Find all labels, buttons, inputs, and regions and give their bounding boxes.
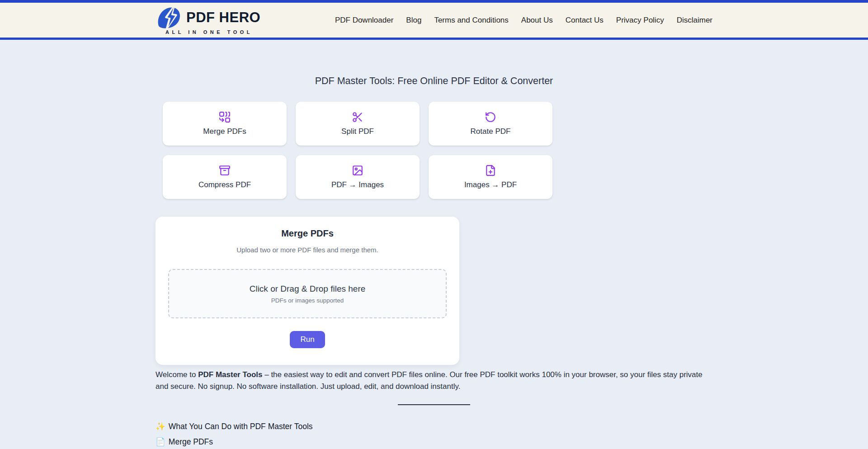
tool-card-merge-pdfs[interactable]: Merge PDFs bbox=[163, 102, 287, 146]
logo-top: PDF HERO bbox=[156, 6, 260, 29]
tools-grid: Merge PDFsSplit PDFRotate PDFCompress PD… bbox=[163, 102, 552, 199]
tool-card-pdf-images[interactable]: PDF → Images bbox=[296, 155, 420, 199]
run-button-row: Run bbox=[168, 331, 447, 348]
nav-link-about-us[interactable]: About Us bbox=[521, 16, 553, 25]
rotate-ccw-icon bbox=[485, 111, 496, 123]
header-inner: PDF HERO ALL IN ONE TOOL PDF DownloaderB… bbox=[156, 3, 712, 38]
tool-card-rotate-pdf[interactable]: Rotate PDF bbox=[429, 102, 552, 146]
main-content: PDF Master Tools: Free Online PDF Editor… bbox=[156, 76, 712, 447]
section-divider bbox=[398, 404, 470, 405]
nav-link-blog[interactable]: Blog bbox=[406, 16, 421, 25]
brand-name: PDF Master Tools bbox=[198, 370, 262, 379]
dropzone-main-text: Click or Drag & Drop files here bbox=[250, 284, 366, 294]
merge-pdfs-panel: Merge PDFs Upload two or more PDF files … bbox=[156, 217, 459, 365]
features-heading-text: What You Can Do with PDF Master Tools bbox=[169, 422, 313, 431]
nav-link-terms-and-conditions[interactable]: Terms and Conditions bbox=[434, 16, 508, 25]
intro-prefix: Welcome to bbox=[156, 370, 198, 379]
tool-card-compress-pdf[interactable]: Compress PDF bbox=[163, 155, 287, 199]
nav-link-disclaimer[interactable]: Disclaimer bbox=[677, 16, 712, 25]
tool-card-label: Images → PDF bbox=[464, 180, 517, 189]
feature-item-merge-pdfs: 📄Merge PDFs bbox=[156, 437, 712, 447]
file-dropzone[interactable]: Click or Drag & Drop files here PDFs or … bbox=[168, 269, 447, 318]
archive-icon bbox=[219, 165, 231, 176]
tool-card-images-pdf[interactable]: Images → PDF bbox=[429, 155, 552, 199]
logo-tagline: ALL IN ONE TOOL bbox=[156, 29, 260, 35]
nav-link-pdf-downloader[interactable]: PDF Downloader bbox=[335, 16, 393, 25]
tool-card-split-pdf[interactable]: Split PDF bbox=[296, 102, 420, 146]
dropzone-sub-text: PDFs or images supported bbox=[271, 297, 344, 304]
site-logo[interactable]: PDF HERO ALL IN ONE TOOL bbox=[156, 6, 260, 35]
feature-item-text: Merge PDFs bbox=[169, 437, 213, 446]
tool-card-label: Split PDF bbox=[341, 127, 374, 136]
tool-card-label: Rotate PDF bbox=[471, 127, 511, 136]
sparkles-icon: ✨ bbox=[156, 422, 165, 431]
nav-link-contact-us[interactable]: Contact Us bbox=[566, 16, 604, 25]
panel-title: Merge PDFs bbox=[168, 228, 447, 239]
scissors-icon bbox=[352, 111, 363, 123]
image-icon bbox=[352, 165, 363, 176]
panel-subtitle: Upload two or more PDF files and merge t… bbox=[168, 246, 447, 254]
tool-card-label: PDF → Images bbox=[331, 180, 384, 189]
logo-title: PDF HERO bbox=[186, 9, 260, 26]
page-icon: 📄 bbox=[156, 437, 165, 446]
main-nav: PDF DownloaderBlogTerms and ConditionsAb… bbox=[335, 16, 712, 25]
combine-icon bbox=[219, 111, 231, 123]
intro-paragraph: Welcome to PDF Master Tools – the easies… bbox=[156, 369, 712, 392]
pdf-hero-logo-icon bbox=[156, 6, 184, 29]
page-title: PDF Master Tools: Free Online PDF Editor… bbox=[156, 76, 712, 87]
nav-link-privacy-policy[interactable]: Privacy Policy bbox=[616, 16, 664, 25]
site-header: PDF HERO ALL IN ONE TOOL PDF DownloaderB… bbox=[0, 0, 868, 40]
features-heading: ✨What You Can Do with PDF Master Tools bbox=[156, 422, 712, 431]
tool-card-label: Compress PDF bbox=[198, 180, 251, 189]
tool-card-label: Merge PDFs bbox=[203, 127, 246, 136]
file-plus-icon bbox=[485, 165, 496, 176]
run-button[interactable]: Run bbox=[290, 331, 325, 348]
